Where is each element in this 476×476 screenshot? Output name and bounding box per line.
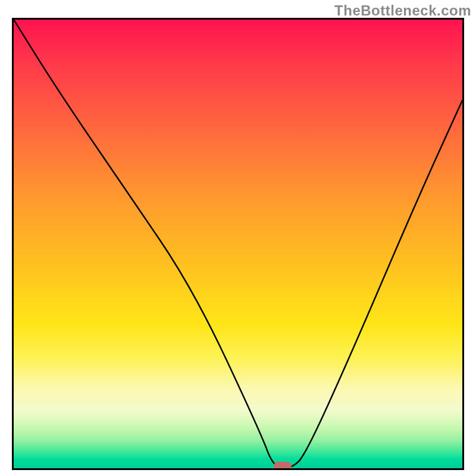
bottleneck-curve — [14, 20, 462, 468]
chart-container: TheBottleneck.com — [0, 0, 476, 476]
plot-frame — [12, 18, 464, 470]
watermark-text: TheBottleneck.com — [334, 2, 471, 19]
optimal-marker — [274, 462, 292, 470]
